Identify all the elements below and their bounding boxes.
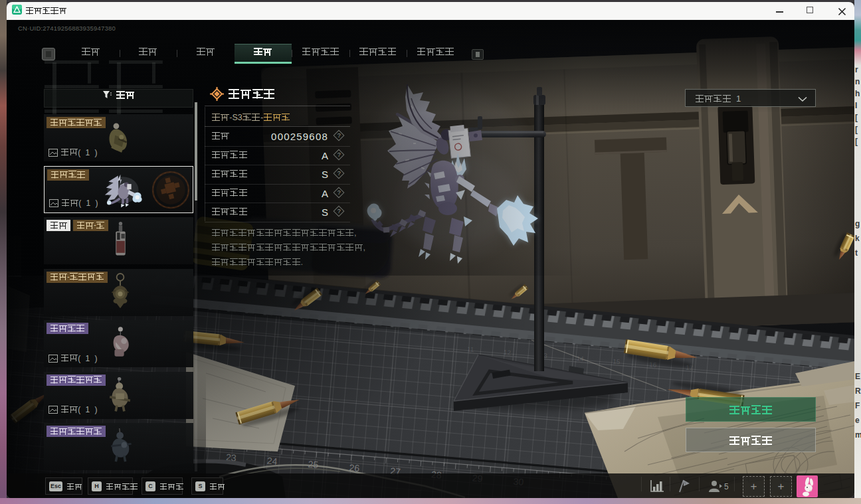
svg-text:15: 15 [613, 358, 621, 366]
